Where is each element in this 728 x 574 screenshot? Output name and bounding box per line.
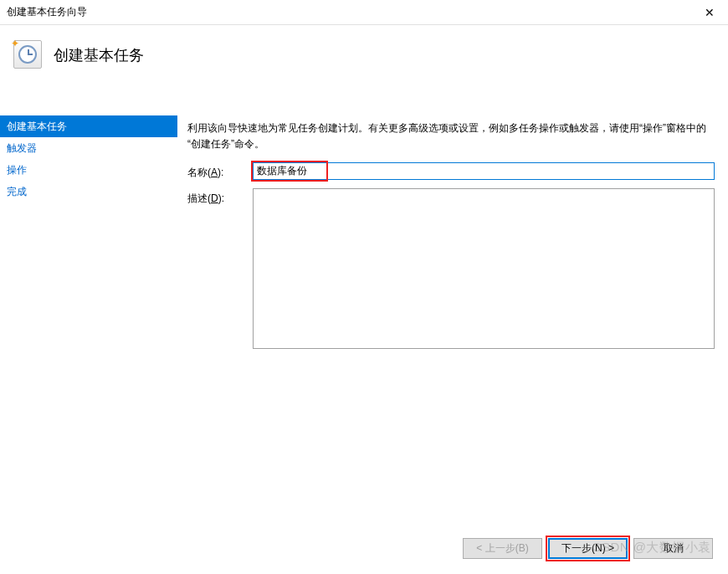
star-decoration: ✦ bbox=[11, 38, 19, 49]
titlebar: 创建基本任务向导 ✕ bbox=[0, 0, 728, 25]
wizard-body: 创建基本任务 触发器 操作 完成 利用该向导快速地为常见任务创建计划。有关更多高… bbox=[0, 115, 728, 529]
intro-text: 利用该向导快速地为常见任务创建计划。有关更多高级选项或设置，例如多任务操作或触发… bbox=[187, 120, 715, 152]
description-textarea[interactable] bbox=[253, 188, 715, 349]
next-button-wrapper: 下一步(N) > bbox=[548, 538, 628, 559]
cancel-button[interactable]: 取消 bbox=[633, 538, 713, 559]
back-button: < 上一步(B) bbox=[463, 538, 542, 559]
next-button[interactable]: 下一步(N) > bbox=[548, 538, 628, 559]
name-input-wrapper bbox=[253, 162, 715, 180]
description-label: 描述(D): bbox=[187, 188, 253, 206]
wizard-header: ✦ 创建基本任务 bbox=[0, 25, 728, 115]
main-panel: 利用该向导快速地为常见任务创建计划。有关更多高级选项或设置，例如多任务操作或触发… bbox=[177, 115, 728, 529]
name-label: 名称(A): bbox=[187, 162, 253, 180]
wizard-sidebar: 创建基本任务 触发器 操作 完成 bbox=[0, 115, 177, 529]
sidebar-item-trigger[interactable]: 触发器 bbox=[0, 137, 177, 159]
sidebar-item-label: 创建基本任务 bbox=[7, 120, 67, 134]
sidebar-item-create-basic-task[interactable]: 创建基本任务 bbox=[0, 115, 177, 137]
button-bar: < 上一步(B) 下一步(N) > 取消 bbox=[463, 538, 713, 559]
sidebar-item-finish[interactable]: 完成 bbox=[0, 181, 177, 202]
wizard-icon: ✦ bbox=[13, 40, 42, 69]
sidebar-item-label: 完成 bbox=[7, 185, 27, 199]
name-row: 名称(A): bbox=[187, 162, 715, 180]
page-title: 创建基本任务 bbox=[54, 40, 144, 65]
sidebar-item-label: 触发器 bbox=[7, 141, 37, 156]
name-input[interactable] bbox=[253, 162, 715, 180]
window-title: 创建基本任务向导 bbox=[7, 5, 87, 19]
sidebar-item-action[interactable]: 操作 bbox=[0, 159, 177, 181]
sidebar-item-label: 操作 bbox=[7, 163, 27, 177]
close-button[interactable]: ✕ bbox=[690, 0, 728, 25]
description-row: 描述(D): bbox=[187, 188, 715, 349]
clock-icon bbox=[18, 45, 37, 64]
close-icon: ✕ bbox=[705, 6, 715, 19]
